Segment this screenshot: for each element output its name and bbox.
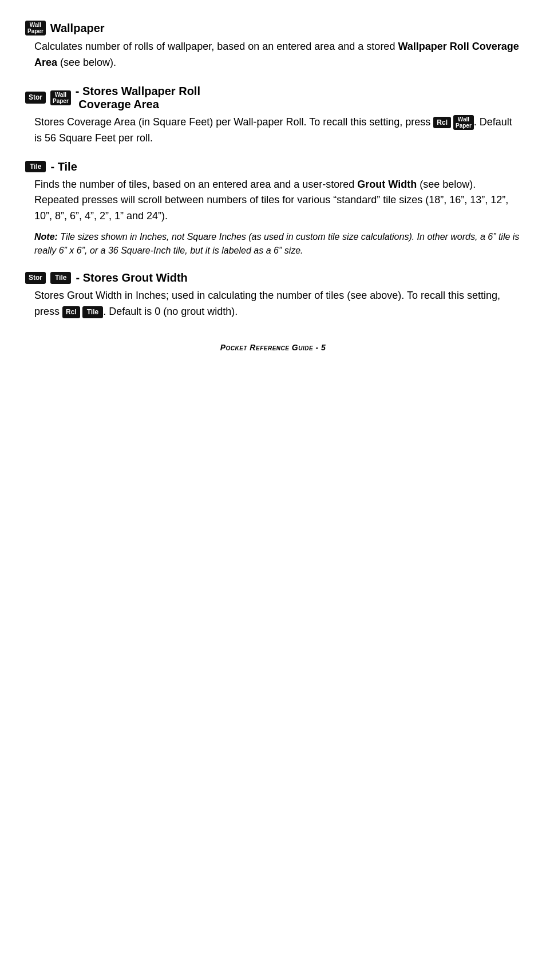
rcl-key-badge: Rcl (433, 117, 451, 129)
wallpaper-section: Wall Paper Wallpaper Calculates number o… (25, 21, 521, 71)
tile-note: Note: Tile sizes shown in Inches, not Sq… (25, 230, 521, 258)
wallpaper-body: Calculates number of rolls of wallpaper,… (25, 39, 521, 71)
rcl-tile-keys: Rcl Tile (62, 306, 103, 318)
rcl-key-badge-2: Rcl (62, 306, 80, 318)
stor-tile-header: Stor Tile - Stores Grout Width (25, 271, 521, 284)
wallpaper-title: Wallpaper (50, 22, 105, 35)
stor-wallpaper-header: Stor Wall Paper - Stores Wallpaper Roll … (25, 85, 521, 111)
tile-key-badge: Tile (25, 161, 46, 173)
wall-key-badge-2: Wall Paper (50, 90, 71, 105)
rcl-wall-keys: Rcl Wall Paper (433, 115, 473, 130)
stor-tile-section: Stor Tile - Stores Grout Width Stores Gr… (25, 271, 521, 320)
wall-key-badge-inline: Wall Paper (453, 115, 474, 130)
stor-tile-title: - Stores Grout Width (76, 271, 187, 284)
tile-header: Tile - Tile (25, 160, 521, 173)
page-footer: Pocket Reference Guide - 5 (25, 343, 521, 352)
wallpaper-key-badge: Wall Paper (25, 21, 46, 35)
stor-key-badge-2: Stor (25, 272, 46, 284)
wallpaper-header: Wall Paper Wallpaper (25, 21, 521, 35)
stor-key-badge: Stor (25, 92, 46, 104)
tile-section: Tile - Tile Finds the number of tiles, b… (25, 160, 521, 258)
stor-wallpaper-body: Stores Coverage Area (in Square Feet) pe… (25, 114, 521, 147)
stor-wallpaper-section: Stor Wall Paper - Stores Wallpaper Roll … (25, 85, 521, 147)
tile-key-badge-inline: Tile (82, 306, 103, 318)
stor-wallpaper-title: - Stores Wallpaper Roll Coverage Area (76, 85, 200, 111)
tile-key-badge-2: Tile (50, 272, 71, 284)
tile-title: - Tile (50, 160, 77, 173)
stor-tile-body: Stores Grout Width in Inches; used in ca… (25, 288, 521, 320)
tile-body: Finds the number of tiles, based on an e… (25, 177, 521, 225)
